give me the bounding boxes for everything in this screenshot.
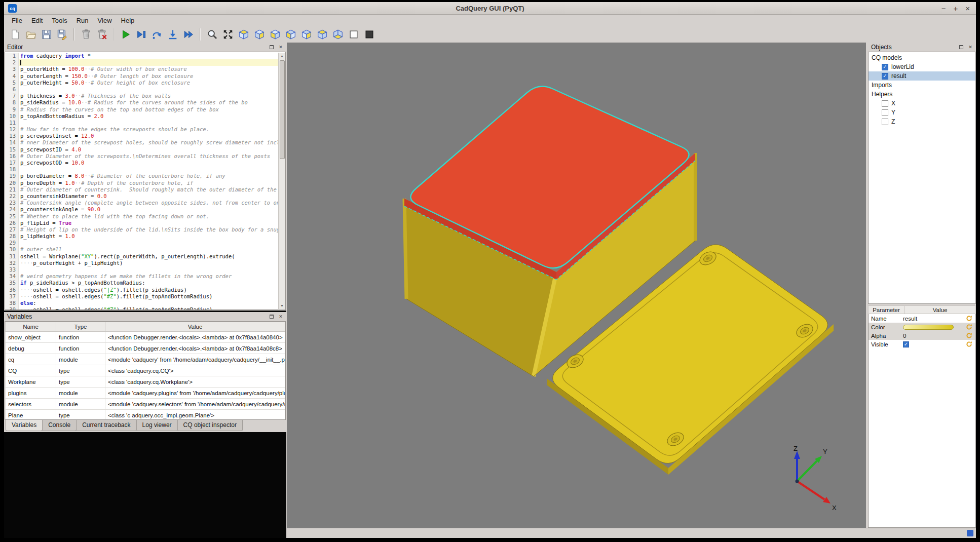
menu-item-help[interactable]: Help bbox=[117, 16, 139, 25]
tree-item-x[interactable]: X bbox=[869, 99, 975, 108]
code-line[interactable]: 33 bbox=[5, 266, 278, 273]
code-line[interactable]: 31oshell = Workplane("XY").rect(p_outerW… bbox=[5, 253, 278, 260]
objects-close-button[interactable]: ✕ bbox=[967, 44, 974, 51]
minimize-button[interactable]: − bbox=[941, 4, 946, 13]
code-line[interactable]: 32····p_outerHeight + p_lipHeight) bbox=[5, 260, 278, 266]
code-editor[interactable]: 1from cadquery import *23p_outerWidth = … bbox=[5, 52, 286, 310]
fit-view-button[interactable] bbox=[221, 27, 235, 41]
checkbox-x[interactable] bbox=[882, 100, 888, 107]
reset-button[interactable] bbox=[966, 315, 974, 322]
code-line[interactable]: 38else: bbox=[5, 300, 278, 306]
tree-group-imports[interactable]: Imports bbox=[869, 81, 975, 90]
visible-checkbox[interactable]: ✓ bbox=[903, 341, 909, 347]
editor-float-button[interactable] bbox=[268, 44, 275, 51]
debug-button[interactable] bbox=[134, 27, 148, 41]
top-view-button[interactable] bbox=[315, 27, 329, 41]
tree-item-y[interactable]: Y bbox=[869, 108, 975, 117]
code-line[interactable]: 12# How far in from the edges the screwp… bbox=[5, 126, 278, 133]
menu-item-edit[interactable]: Edit bbox=[27, 16, 47, 25]
code-line[interactable]: 30# outer shell bbox=[5, 246, 278, 253]
code-line[interactable]: 19p_boreDiameter = 8.0··# Diameter of th… bbox=[5, 173, 278, 179]
tree-group-cq-models[interactable]: CQ models bbox=[869, 53, 975, 62]
open-file-button[interactable] bbox=[24, 27, 37, 41]
tree-item-result[interactable]: ✓result bbox=[869, 71, 975, 81]
column-header-type[interactable]: Type bbox=[56, 322, 105, 332]
checkbox-lowerlid[interactable]: ✓ bbox=[882, 64, 888, 70]
menu-item-view[interactable]: View bbox=[93, 16, 117, 25]
code-line[interactable]: 5p_outerHeight = 50.0··# Outer height of… bbox=[5, 80, 278, 86]
tab-variables[interactable]: Variables bbox=[6, 420, 43, 431]
objects-float-button[interactable] bbox=[958, 44, 965, 51]
variable-row-workplane[interactable]: Workplanetype<class 'cadquery.cq.Workpla… bbox=[6, 376, 285, 388]
color-swatch[interactable] bbox=[903, 325, 954, 330]
maximize-button[interactable]: + bbox=[953, 4, 958, 13]
variable-row-plane[interactable]: Planetype<class 'c adquery.occ_impl.geom… bbox=[6, 410, 285, 420]
code-line[interactable]: 26p_flipLid = True bbox=[5, 220, 278, 226]
tree-group-helpers[interactable]: Helpers bbox=[869, 90, 975, 99]
reset-button[interactable] bbox=[966, 332, 974, 339]
zoom-button[interactable] bbox=[205, 27, 219, 41]
render-button[interactable] bbox=[119, 27, 132, 41]
delete-object-button[interactable] bbox=[79, 27, 93, 41]
param-row-alpha[interactable]: Alpha0 bbox=[869, 331, 975, 340]
save-button[interactable] bbox=[40, 27, 53, 41]
code-line[interactable]: 27# Height of lip on the underside of th… bbox=[5, 226, 278, 233]
continue-button[interactable] bbox=[181, 27, 195, 41]
reset-button[interactable] bbox=[966, 324, 974, 331]
close-button[interactable]: × bbox=[965, 4, 970, 13]
param-column-value[interactable]: Value bbox=[904, 305, 976, 314]
left-view-button[interactable] bbox=[284, 27, 297, 41]
reset-button[interactable] bbox=[966, 341, 974, 348]
param-row-color[interactable]: Color bbox=[869, 323, 975, 331]
code-line[interactable]: 6 bbox=[5, 86, 278, 93]
save-as-button[interactable] bbox=[55, 27, 69, 41]
code-line[interactable]: 8p_sideRadius = 10.0··# Radius for the c… bbox=[5, 99, 278, 106]
code-line[interactable]: 39····oshell = oshell.edges("#Z").fillet… bbox=[5, 306, 278, 310]
menu-item-file[interactable]: File bbox=[7, 16, 27, 25]
code-line[interactable]: 13p_screwpostInset = 12.0 bbox=[5, 133, 278, 139]
tab-log-viewer[interactable]: Log viewer bbox=[136, 420, 178, 431]
new-file-button[interactable] bbox=[8, 27, 22, 41]
title-bar[interactable]: cq CadQuery GUI (PyQT) − + × bbox=[4, 2, 976, 15]
code-line[interactable]: 18 bbox=[5, 166, 278, 173]
checkbox-z[interactable] bbox=[882, 119, 888, 125]
editor-scrollbar[interactable]: ▲ ▼ bbox=[278, 53, 285, 309]
param-column-parameter[interactable]: Parameter bbox=[868, 305, 904, 314]
back-view-button[interactable] bbox=[268, 27, 282, 41]
code-line[interactable]: 34# weird geometry happens if we make th… bbox=[5, 273, 278, 280]
code-line[interactable]: 22p_countersinkDiameter = 0.0 bbox=[5, 193, 278, 200]
variable-row-plugins[interactable]: pluginsmodule<module 'cadquery.plugins' … bbox=[6, 388, 285, 399]
right-view-button[interactable] bbox=[299, 27, 313, 41]
code-line[interactable]: 10p_topAndBottomRadius = 2.0 bbox=[5, 113, 278, 120]
bottom-view-button[interactable] bbox=[331, 27, 345, 41]
code-line[interactable]: 3p_outerWidth = 100.0··# Outer width of … bbox=[5, 66, 278, 72]
variable-row-show-object[interactable]: show_objectfunction<function Debugger.re… bbox=[6, 332, 285, 343]
code-line[interactable]: 25# Whether to place the lid with the to… bbox=[5, 213, 278, 220]
code-line[interactable]: 2 bbox=[5, 59, 278, 66]
code-line[interactable]: 23# Countersink angle (complete angle be… bbox=[5, 200, 278, 206]
code-line[interactable]: 15p_screwpostID = 4.0 bbox=[5, 146, 278, 153]
code-line[interactable]: 14# nner Diameter of the screwpost holes… bbox=[5, 139, 278, 146]
tree-item-lowerlid[interactable]: ✓lowerLid bbox=[869, 62, 975, 71]
code-line[interactable]: 29 bbox=[5, 240, 278, 246]
param-row-name[interactable]: Nameresult bbox=[869, 314, 975, 323]
tab-console[interactable]: Console bbox=[42, 420, 77, 431]
checkbox-result[interactable]: ✓ bbox=[882, 73, 888, 80]
code-line[interactable]: 11 bbox=[5, 120, 278, 126]
tree-item-z[interactable]: Z bbox=[869, 117, 975, 126]
code-line[interactable]: 37····oshell = oshell.edges("#Z").fillet… bbox=[5, 293, 278, 300]
variable-row-debug[interactable]: debugfunction<function Debugger.render.<… bbox=[6, 343, 285, 354]
column-header-value[interactable]: Value bbox=[105, 322, 285, 332]
variable-row-selectors[interactable]: selectorsmodule<module 'cadquery.selecto… bbox=[6, 399, 285, 410]
step-into-button[interactable] bbox=[166, 27, 179, 41]
variables-float-button[interactable] bbox=[268, 314, 275, 320]
3d-viewport-canvas[interactable]: Z Y X bbox=[287, 43, 866, 528]
step-over-button[interactable] bbox=[150, 27, 164, 41]
3d-viewport[interactable]: Z Y X bbox=[287, 43, 866, 528]
code-line[interactable]: 28p_lipHeight = 1.0 bbox=[5, 233, 278, 240]
code-line[interactable]: 24p_countersinkAngle = 90.0 bbox=[5, 206, 278, 213]
column-header-name[interactable]: Name bbox=[6, 322, 56, 332]
shaded-button[interactable] bbox=[362, 27, 376, 41]
variable-row-cq[interactable]: CQtype<class 'cadquery.cq.CQ'> bbox=[6, 365, 285, 376]
front-view-button[interactable] bbox=[252, 27, 266, 41]
